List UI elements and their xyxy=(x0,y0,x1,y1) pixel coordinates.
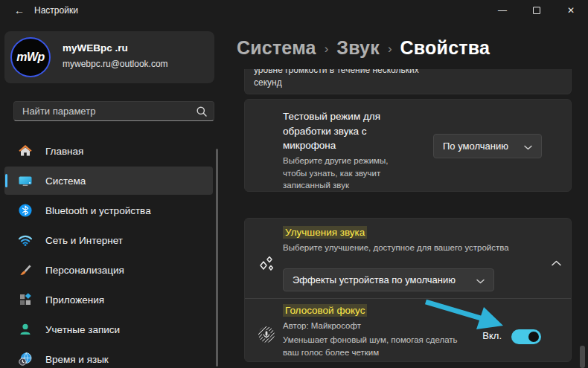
back-button[interactable]: ← xyxy=(9,2,30,19)
main-content: Система › Звук › Свойства уровне громкос… xyxy=(223,21,588,368)
sound-enhancements-card: Улучшения звука Выберите улучшение, дост… xyxy=(244,218,572,362)
chevron-down-icon xyxy=(476,274,485,287)
clock-globe-icon xyxy=(18,352,33,367)
test-mode-description: Выберите другие режимы, чтобы узнать, ка… xyxy=(283,155,400,192)
clipped-settings-card: уровне громкости в течение нескольких се… xyxy=(244,69,572,94)
enhancements-description: Выберите улучшение, доступное для вашего… xyxy=(283,243,509,252)
titlebar: ← Настройки — ✕ xyxy=(0,0,588,21)
test-mode-dropdown-value: По умолчанию xyxy=(443,141,508,152)
minimize-icon: — xyxy=(498,5,507,16)
avatar: mWp xyxy=(10,37,51,77)
sparkles-icon xyxy=(257,254,276,277)
settings-window: ← Настройки — ✕ mWp myWEBpc .ru mywebpc.… xyxy=(0,0,588,368)
home-icon xyxy=(18,143,33,158)
search-box[interactable] xyxy=(13,101,214,121)
card-divider xyxy=(245,298,571,299)
display-icon xyxy=(18,173,33,188)
profile-name: myWEBpc .ru xyxy=(63,42,128,54)
window-title: Настройки xyxy=(34,5,78,16)
enhancements-dropdown[interactable]: Эффекты устройства по умолчанию xyxy=(283,268,494,291)
sidebar-item-network[interactable]: Сеть и Интернет xyxy=(4,226,213,254)
enhancements-dropdown-value: Эффекты устройства по умолчанию xyxy=(293,274,456,285)
minimize-button[interactable]: — xyxy=(485,0,520,21)
sidebar: mWp myWEBpc .ru mywebpc.ru@outlook.com Г… xyxy=(0,21,223,368)
wifi-icon xyxy=(18,233,33,248)
maximize-icon xyxy=(533,7,540,14)
breadcrumb-properties: Свойства xyxy=(400,37,490,59)
sidebar-item-label: Сеть и Интернет xyxy=(45,235,123,246)
enhancements-title: Улучшения звука xyxy=(283,227,367,238)
breadcrumb-system[interactable]: Система xyxy=(237,37,316,59)
sidebar-item-home[interactable]: Главная xyxy=(4,137,213,165)
test-mode-title: Тестовый режим для обработки звука с мик… xyxy=(283,109,403,153)
collapse-expander-button[interactable] xyxy=(552,256,561,269)
sidebar-item-system[interactable]: Система xyxy=(4,167,213,195)
toggle-knob xyxy=(528,332,539,342)
breadcrumb-separator: › xyxy=(325,42,329,57)
voice-focus-title-highlight: Голосовой фокус xyxy=(283,304,367,317)
sidebar-item-label: Персонализация xyxy=(45,265,124,276)
bluetooth-icon xyxy=(18,203,33,218)
breadcrumb-separator: › xyxy=(388,42,392,57)
maximize-button[interactable] xyxy=(520,0,554,21)
voice-focus-toggle[interactable] xyxy=(511,329,541,344)
person-icon xyxy=(18,322,33,337)
chevron-down-icon xyxy=(524,140,532,153)
toggle-state-label: Вкл. xyxy=(482,330,502,341)
voice-focus-icon xyxy=(257,325,276,347)
paintbrush-icon xyxy=(18,262,33,277)
sidebar-item-label: Время и язык xyxy=(45,354,109,365)
sidebar-nav: Главная Система Bluetooth и устройства С… xyxy=(4,137,214,368)
sidebar-item-label: Система xyxy=(45,175,86,187)
voice-focus-author: Автор: Майкрософт xyxy=(283,321,361,330)
sidebar-item-accounts[interactable]: Учетные записи xyxy=(4,315,213,343)
sidebar-item-label: Приложения xyxy=(45,294,104,306)
breadcrumb-sound[interactable]: Звук xyxy=(336,37,380,59)
search-input[interactable] xyxy=(14,102,191,120)
test-mode-card: Тестовый режим для обработки звука с мик… xyxy=(244,99,572,192)
apps-icon xyxy=(18,292,33,307)
close-button[interactable]: ✕ xyxy=(554,0,588,21)
enhancements-title-highlight: Улучшения звука xyxy=(283,226,367,239)
profile-card[interactable]: mWp myWEBpc .ru mywebpc.ru@outlook.com xyxy=(4,31,214,83)
sidebar-item-label: Bluetooth и устройства xyxy=(45,205,151,216)
sidebar-item-time-language[interactable]: Время и язык xyxy=(4,345,213,368)
test-mode-dropdown[interactable]: По умолчанию xyxy=(433,134,542,158)
voice-focus-title: Голосовой фокус xyxy=(283,305,367,316)
settings-scroll-area: уровне громкости в течение нескольких се… xyxy=(244,69,572,368)
breadcrumb: Система › Звук › Свойства xyxy=(237,37,490,59)
search-icon xyxy=(196,106,208,120)
back-arrow-icon: ← xyxy=(14,4,25,16)
voice-focus-description: Уменьшает фоновый шум, помогая сделать в… xyxy=(283,334,470,359)
sidebar-item-bluetooth[interactable]: Bluetooth и устройства xyxy=(4,196,213,225)
profile-email: mywebpc.ru@outlook.com xyxy=(63,59,168,69)
sidebar-item-apps[interactable]: Приложения xyxy=(4,285,213,314)
sidebar-scrollbar[interactable] xyxy=(216,149,218,367)
sidebar-item-label: Главная xyxy=(45,146,83,157)
sidebar-item-label: Учетные записи xyxy=(45,324,120,335)
close-icon: ✕ xyxy=(567,5,575,16)
sidebar-item-personalization[interactable]: Персонализация xyxy=(4,256,213,284)
clipped-card-text: уровне громкости в течение нескольких се… xyxy=(254,69,441,89)
content-scrollbar[interactable] xyxy=(580,346,585,368)
